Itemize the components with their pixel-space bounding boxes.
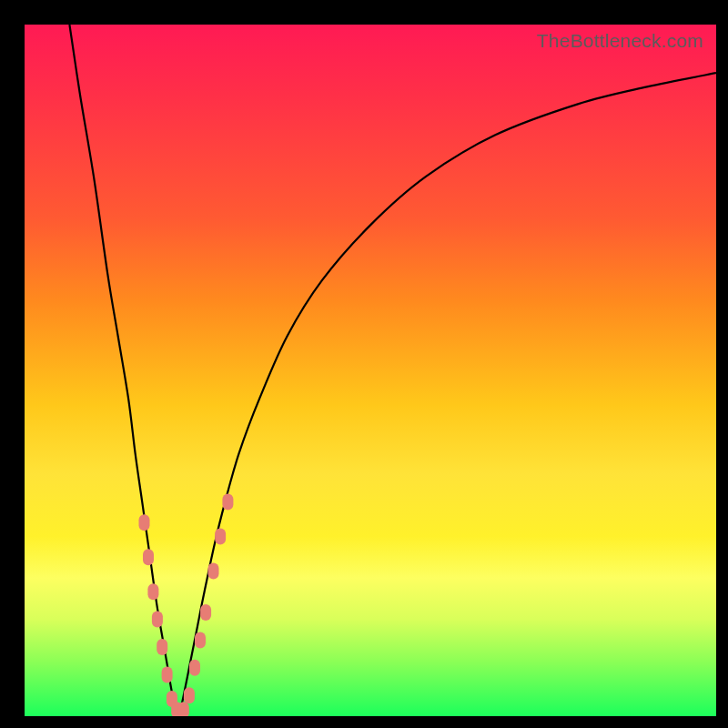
data-marker (195, 632, 206, 648)
curve-right-branch (180, 73, 716, 712)
data-marker (200, 604, 211, 621)
data-marker (208, 562, 219, 579)
chart-frame: TheBottleneck.com (0, 0, 728, 728)
data-marker (184, 687, 195, 703)
plot-area: TheBottleneck.com (25, 25, 716, 716)
data-marker (222, 493, 233, 510)
chart-svg (25, 25, 716, 716)
data-marker (139, 514, 150, 531)
curve-left-branch (69, 25, 177, 712)
data-marker (147, 583, 158, 600)
data-marker (178, 702, 189, 716)
data-marker (189, 660, 200, 676)
data-marker (162, 666, 173, 682)
data-marker (152, 612, 163, 628)
data-marker (143, 549, 154, 565)
data-marker (157, 639, 167, 655)
data-marker (215, 528, 226, 544)
